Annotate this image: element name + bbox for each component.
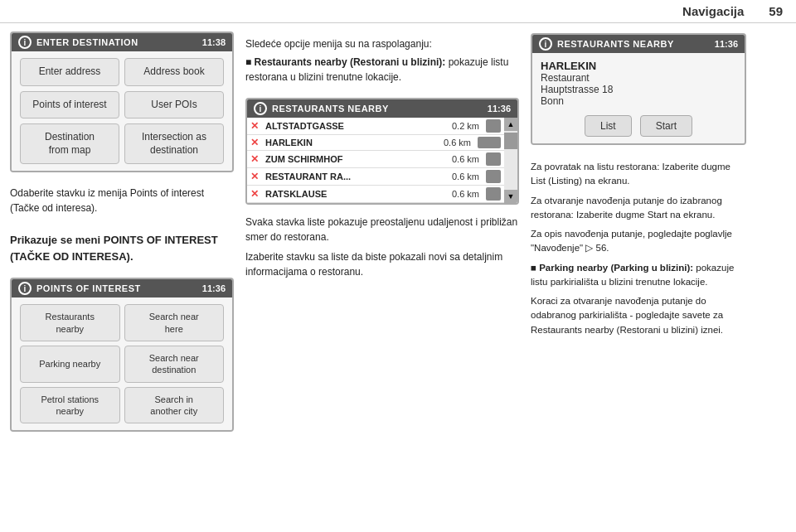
restaurants-nearby-panel: i RESTAURANTS NEARBY 11:36 ✕ ALTSTADTGAS… (245, 98, 519, 205)
start-button[interactable]: Start (640, 115, 692, 137)
route-icon (486, 187, 501, 201)
poi-body: Restaurantsnearby Search nearhere Parkin… (12, 297, 232, 430)
detail-buttons: List Start (541, 115, 736, 137)
route-icon (478, 137, 501, 148)
route-icon (486, 170, 501, 183)
poi-time: 11:36 (202, 283, 226, 293)
rn-list-container: ✕ ALTSTADTGASSE 0.2 km ✕ HARLEKIN 0.6 km… (247, 118, 517, 203)
mid-list-para2: Izaberite stavku sa liste da biste pokaz… (245, 249, 519, 279)
mid-options-label: Sledeće opcije menija su na raspolaganju… (245, 36, 519, 51)
detail-body: HARLEKIN Restaurant Hauptstrasse 18 Bonn… (532, 53, 745, 143)
detail-panel: i RESTAURANTS NEARBY 11:36 HARLEKIN Rest… (531, 33, 746, 145)
user-pois-button[interactable]: User POIs (124, 91, 224, 119)
search-near-dest-btn[interactable]: Search neardestination (124, 346, 225, 383)
x-icon: ✕ (250, 137, 262, 148)
right-para3: Za opis navođenja putanje, pogledajte po… (531, 227, 746, 256)
scroll-thumb (504, 133, 517, 149)
table-row[interactable]: ✕ ALTSTADTGASSE 0.2 km (247, 118, 504, 135)
restaurant-distance: 0.6 km (452, 172, 479, 181)
restaurant-distance: 0.6 km (444, 138, 471, 148)
detail-info-icon: i (539, 37, 552, 51)
right-para4: Koraci za otvaranje navođenja putanje do… (531, 294, 746, 337)
restaurant-name: ALTSTADTGASSE (265, 121, 449, 131)
section2-title: Parking nearby (Parking u blizini): (539, 263, 693, 273)
address-book-button[interactable]: Address book (124, 58, 224, 86)
right-section2: ■ Parking nearby (Parking u blizini): po… (531, 261, 746, 290)
left-desc-para2: Prikazuje se meni POINTS OF INTEREST (TA… (10, 229, 234, 268)
points-of-interest-panel: i POINTS OF INTEREST 11:36 Restaurantsne… (10, 278, 234, 432)
restaurant-name: HARLEKIN (265, 138, 440, 148)
scroll-track (504, 131, 517, 190)
left-desc-para1: Odaberite stavku iz menija Points of int… (10, 182, 234, 219)
left-column: i ENTER DESTINATION 11:38 Enter address … (10, 31, 234, 524)
restaurant-distance: 0.6 km (452, 189, 479, 199)
left-para1: Odaberite stavku iz menija Points of int… (10, 186, 234, 215)
table-row[interactable]: ✕ RATSKLAUSE 0.6 km (247, 186, 504, 203)
enter-destination-time: 11:38 (202, 37, 226, 47)
poi-header: i POINTS OF INTEREST 11:36 (12, 279, 232, 297)
page-header: Navigacija 59 (0, 0, 796, 23)
restaurant-distance: 0.6 km (452, 154, 479, 164)
table-row[interactable]: ✕ ZUM SCHIRMHOF 0.6 km (247, 151, 504, 168)
table-row[interactable]: ✕ HARLEKIN 0.6 km (247, 135, 504, 151)
left-para2-bold: Prikazuje se meni POINTS OF INTEREST (TA… (10, 234, 218, 263)
enter-destination-panel: i ENTER DESTINATION 11:38 Enter address … (10, 31, 234, 172)
section2-bullet: ■ (531, 263, 539, 273)
info-icon: i (18, 36, 32, 49)
poi-buttons: Restaurantsnearby Search nearhere Parkin… (20, 304, 224, 423)
search-another-city-btn[interactable]: Search inanother city (124, 387, 225, 424)
detail-address: Hauptstrasse 18 (541, 84, 736, 95)
points-of-interest-button[interactable]: Points of interest (20, 91, 119, 119)
restaurant-distance: 0.2 km (452, 121, 479, 131)
detail-time: 11:36 (715, 39, 738, 49)
rn-time: 11:36 (488, 104, 511, 114)
petrol-nearby-btn[interactable]: Petrol stationsnearby (20, 387, 120, 424)
right-info: Za povratak na listu restorana: Izaberit… (531, 157, 746, 346)
main-content: i ENTER DESTINATION 11:38 Enter address … (0, 23, 796, 532)
page-number: 59 (769, 4, 783, 18)
mid-list-desc: Svaka stavka liste pokazuje preostaljenu… (245, 211, 519, 283)
middle-column: Sledeće opcije menija su na raspolaganju… (245, 31, 519, 524)
enter-destination-header: i ENTER DESTINATION 11:38 (12, 33, 232, 51)
restaurant-list: ✕ ALTSTADTGASSE 0.2 km ✕ HARLEKIN 0.6 km… (247, 118, 504, 203)
route-icon (486, 119, 501, 133)
enter-destination-title: ENTER DESTINATION (36, 37, 202, 47)
route-icon (486, 152, 501, 166)
detail-title: RESTAURANTS NEARBY (557, 39, 715, 49)
poi-title: POINTS OF INTEREST (36, 283, 202, 293)
detail-header: i RESTAURANTS NEARBY 11:36 (532, 35, 745, 53)
detail-restaurant-name: HARLEKIN (541, 60, 736, 72)
x-icon: ✕ (250, 171, 262, 182)
mid-restaurants-label: ■ Restaurants nearby (Restorani u blizin… (245, 55, 519, 85)
destination-from-map-button[interactable]: Destinationfrom map (20, 123, 119, 164)
detail-city: Bonn (541, 95, 736, 107)
enter-destination-buttons: Enter address Address book Points of int… (20, 58, 224, 164)
intersection-button[interactable]: Intersection asdestination (124, 123, 224, 164)
right-para2: Za otvaranje navođenja putanje do izabra… (531, 194, 746, 223)
search-near-here-btn[interactable]: Search nearhere (124, 304, 225, 341)
x-icon: ✕ (250, 153, 262, 165)
restaurant-name: ZUM SCHIRMHOF (265, 154, 449, 164)
right-para1: Za povratak na listu restorana: Izaberit… (531, 160, 746, 189)
scroll-up-arrow[interactable]: ▲ (504, 118, 517, 131)
detail-type: Restaurant (541, 72, 736, 84)
parking-nearby-btn[interactable]: Parking nearby (20, 346, 120, 383)
enter-destination-body: Enter address Address book Points of int… (12, 51, 232, 171)
rn-title: RESTAURANTS NEARBY (272, 104, 488, 114)
restaurants-nearby-btn[interactable]: Restaurantsnearby (20, 304, 120, 341)
x-icon: ✕ (250, 188, 262, 200)
rn-info-icon: i (254, 102, 267, 115)
enter-address-button[interactable]: Enter address (20, 58, 119, 86)
x-icon: ✕ (250, 120, 262, 132)
restaurant-name: RESTAURANT RA... (265, 172, 449, 181)
scroll-down-arrow[interactable]: ▼ (504, 190, 517, 203)
restaurants-nearby-header: i RESTAURANTS NEARBY 11:36 (247, 99, 517, 118)
table-row[interactable]: ✕ RESTAURANT RA... 0.6 km (247, 168, 504, 186)
restaurant-name: RATSKLAUSE (265, 189, 449, 199)
list-button[interactable]: List (585, 115, 632, 137)
mid-list-para1: Svaka stavka liste pokazuje preostaljenu… (245, 215, 519, 244)
scrollbar[interactable]: ▲ ▼ (504, 118, 517, 203)
right-column: i RESTAURANTS NEARBY 11:36 HARLEKIN Rest… (531, 31, 746, 524)
poi-info-icon: i (18, 282, 32, 295)
page-title: Navigacija (682, 4, 744, 18)
